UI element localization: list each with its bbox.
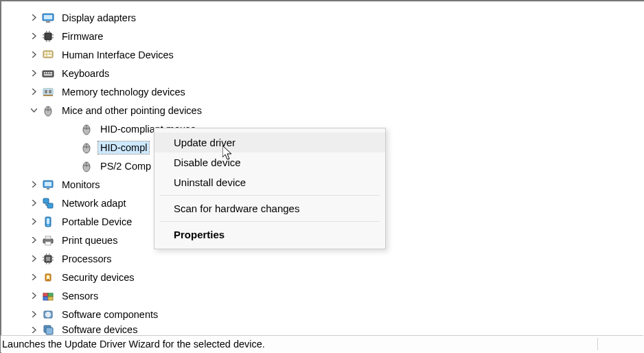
monitor-icon (42, 179, 54, 191)
tree-item-keyboards[interactable]: Keyboards (1, 64, 644, 82)
menu-separator (160, 195, 380, 196)
svg-rect-55 (43, 257, 44, 258)
software-devices-icon (42, 323, 54, 336)
svg-rect-56 (43, 260, 44, 260)
svg-rect-16 (45, 55, 46, 56)
tree-item-processors[interactable]: Processors (1, 249, 644, 268)
tree-item-label: Keyboards (60, 67, 111, 80)
svg-rect-25 (45, 90, 47, 93)
svg-point-65 (47, 279, 49, 280)
menu-item-uninstall-device[interactable]: Uninstall device (154, 172, 385, 192)
svg-rect-19 (44, 72, 45, 73)
menu-item-disable-device[interactable]: Disable device (154, 152, 385, 172)
expand-arrow-icon[interactable] (29, 52, 39, 58)
svg-rect-75 (46, 328, 53, 334)
svg-rect-66 (43, 293, 48, 297)
svg-rect-12 (43, 51, 53, 58)
mouse-icon (42, 104, 54, 117)
svg-rect-18 (43, 71, 54, 77)
tree-item-label: HID-compl (98, 141, 149, 154)
tree-item-label: Security devices (60, 271, 137, 284)
security-icon (42, 271, 54, 284)
tree-item-memory-tech[interactable]: Memory technology devices (1, 82, 644, 101)
tree-item-label: Processors (60, 253, 114, 265)
menu-item-update-driver[interactable]: Update driver (154, 133, 385, 152)
mouse-icon (80, 160, 93, 172)
portable-device-icon (42, 216, 54, 228)
collapse-arrow-icon[interactable] (29, 107, 39, 113)
svg-rect-73 (45, 314, 51, 315)
printer-icon (42, 234, 54, 247)
menu-item-properties[interactable]: Properties (154, 225, 385, 244)
tree-item-label: Display adapters (60, 12, 138, 24)
svg-rect-21 (48, 72, 49, 73)
tree-item-label: Software devices (60, 323, 139, 336)
keyboard-icon (42, 67, 54, 80)
expand-arrow-icon[interactable] (29, 255, 39, 262)
svg-rect-8 (46, 31, 47, 32)
mouse-icon (80, 123, 93, 135)
expand-arrow-icon[interactable] (29, 89, 39, 95)
menu-item-label: Scan for hardware changes (174, 203, 299, 214)
tree-item-firmware[interactable]: Firmware (1, 27, 644, 45)
svg-rect-41 (45, 182, 51, 186)
expand-arrow-icon[interactable] (29, 274, 39, 280)
expand-arrow-icon[interactable] (29, 237, 39, 243)
svg-rect-52 (45, 242, 51, 245)
svg-rect-22 (50, 72, 52, 73)
expand-arrow-icon[interactable] (29, 327, 39, 333)
mouse-icon (80, 141, 93, 154)
svg-rect-11 (49, 41, 50, 42)
software-components-icon (42, 308, 54, 321)
menu-item-label: Disable device (174, 157, 241, 168)
status-text: Launches the Update Driver Wizard for th… (2, 339, 265, 350)
expand-arrow-icon[interactable] (29, 33, 39, 39)
tree-item-label: Network adapt (60, 197, 128, 209)
svg-rect-42 (47, 188, 49, 190)
expand-arrow-icon[interactable] (29, 311, 39, 317)
expand-arrow-icon[interactable] (29, 293, 39, 299)
tree-item-label: Monitors (60, 179, 102, 191)
tree-item-label: Print queues (60, 234, 119, 247)
tree-item-label: Firmware (60, 30, 105, 43)
svg-rect-59 (46, 253, 47, 255)
svg-rect-61 (46, 263, 47, 264)
svg-rect-58 (52, 260, 54, 260)
tree-item-software-components[interactable]: Software components (1, 305, 644, 323)
tree-item-label: PS/2 Comp (98, 160, 153, 172)
display-adapter-icon (42, 12, 54, 24)
tree-item-hid[interactable]: Human Interface Devices (1, 45, 644, 64)
tree-item-security[interactable]: Security devices (1, 268, 644, 286)
svg-rect-7 (52, 37, 54, 38)
expand-arrow-icon[interactable] (29, 70, 39, 76)
memory-icon (42, 86, 54, 98)
tree-item-mice[interactable]: Mice and other pointing devices (1, 101, 644, 119)
sensors-icon (42, 290, 54, 302)
expand-arrow-icon[interactable] (29, 181, 39, 187)
svg-rect-69 (48, 297, 53, 300)
svg-rect-17 (47, 55, 51, 56)
tree-item-display-adapters[interactable]: Display adapters (1, 8, 644, 27)
network-icon (42, 197, 54, 209)
menu-item-label: Uninstall device (174, 176, 246, 188)
status-bar: Launches the Update Driver Wizard for th… (1, 335, 643, 352)
expand-arrow-icon[interactable] (29, 218, 39, 225)
tree-item-label: Mice and other pointing devices (60, 104, 204, 117)
menu-separator (160, 221, 380, 222)
expand-arrow-icon[interactable] (29, 14, 39, 21)
svg-rect-44 (47, 203, 53, 208)
tree-item-label: Sensors (60, 290, 100, 302)
svg-rect-27 (43, 95, 53, 96)
svg-rect-54 (46, 257, 50, 261)
svg-rect-10 (46, 41, 47, 42)
tree-item-label: Software components (60, 308, 160, 321)
tree-item-label: Portable Device (60, 216, 134, 228)
expand-arrow-icon[interactable] (29, 200, 39, 206)
menu-item-label: Update driver (174, 137, 235, 148)
svg-rect-3 (45, 33, 51, 40)
tree-item-software-devices[interactable]: Software devices (1, 323, 644, 336)
tree-item-sensors[interactable]: Sensors (1, 286, 644, 305)
svg-rect-4 (43, 34, 44, 36)
status-separator (597, 338, 598, 350)
menu-item-scan-hardware[interactable]: Scan for hardware changes (154, 198, 385, 218)
